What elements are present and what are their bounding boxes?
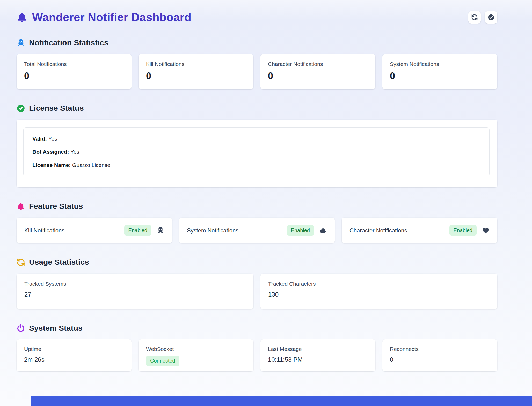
bottom-blue-bar <box>31 396 532 406</box>
license-field-label: Bot Assigned: <box>32 149 69 155</box>
stat-value: 10:11:53 PM <box>268 356 368 363</box>
refresh-icon <box>471 14 478 21</box>
refresh-button[interactable] <box>468 11 481 24</box>
stat-card-tracked-characters: Tracked Characters 130 <box>260 274 497 309</box>
section-title: License Status <box>29 104 84 113</box>
stat-label: Tracked Systems <box>24 281 246 287</box>
feature-label: System Notifications <box>187 227 238 234</box>
stat-value: 2m 26s <box>24 356 124 363</box>
heart-icon <box>482 227 490 234</box>
section-notification-statistics: Notification Statistics Total Notificati… <box>17 38 497 89</box>
section-usage-statistics: Usage Statistics Tracked Systems 27 Trac… <box>17 258 497 309</box>
feature-label: Character Notifications <box>349 227 407 234</box>
page-title: Wanderer Notifier Dashboard <box>32 11 191 24</box>
feature-card-system-notifications: System Notifications Enabled <box>179 218 335 243</box>
feature-label: Kill Notifications <box>24 227 64 234</box>
stat-card-last-message: Last Message 10:11:53 PM <box>260 339 375 371</box>
section-feature-status: Feature Status Kill Notifications Enable… <box>17 202 497 243</box>
refresh-icon <box>17 258 25 267</box>
stat-label: Last Message <box>268 346 368 352</box>
section-title: System Status <box>29 324 83 333</box>
license-valid-row: Valid: Yes <box>32 136 480 142</box>
feature-card-character-notifications: Character Notifications Enabled <box>342 218 497 243</box>
feature-card-kill-notifications: Kill Notifications Enabled <box>17 218 172 243</box>
stat-value: 0 <box>268 71 368 82</box>
feature-grid: Kill Notifications Enabled System Notifi… <box>17 218 497 243</box>
stat-label: Kill Notifications <box>146 61 246 67</box>
header: Wanderer Notifier Dashboard <box>17 0 497 24</box>
license-field-value: Yes <box>70 149 79 155</box>
stat-card-uptime: Uptime 2m 26s <box>17 339 132 371</box>
stat-label: Reconnects <box>390 346 490 352</box>
stat-label: System Notifications <box>390 61 490 67</box>
section-title: Usage Statistics <box>29 258 89 267</box>
stat-card-total-notifications: Total Notifications 0 <box>17 54 132 89</box>
license-bot-row: Bot Assigned: Yes <box>32 149 480 155</box>
stat-value: 0 <box>390 71 490 82</box>
stat-label: Character Notifications <box>268 61 368 67</box>
stat-value: 0 <box>390 356 490 363</box>
stat-card-tracked-systems: Tracked Systems 27 <box>17 274 253 309</box>
stat-value: 130 <box>268 291 490 298</box>
section-license-status: License Status Valid: Yes Bot Assigned: … <box>17 104 497 187</box>
stat-card-system-notifications: System Notifications 0 <box>382 54 497 89</box>
section-header: Notification Statistics <box>17 38 497 47</box>
license-field-value: Yes <box>48 136 57 142</box>
stat-card-reconnects: Reconnects 0 <box>382 339 497 371</box>
notification-stats-grid: Total Notifications 0 Kill Notifications… <box>17 54 497 89</box>
license-details: Valid: Yes Bot Assigned: Yes License Nam… <box>23 127 490 176</box>
check-circle-icon <box>488 14 494 21</box>
check-circle-icon <box>17 104 25 113</box>
section-header: Usage Statistics <box>17 258 497 267</box>
section-title: Notification Statistics <box>29 38 108 47</box>
feature-status-wrap: Enabled <box>449 225 490 236</box>
license-field-label: Valid: <box>32 136 47 142</box>
stat-card-websocket: WebSocket Connected <box>139 339 253 371</box>
stat-card-character-notifications: Character Notifications 0 <box>260 54 375 89</box>
status-badge: Enabled <box>124 225 151 236</box>
stat-label: Tracked Characters <box>268 281 490 287</box>
dashboard-page: Wanderer Notifier Dashboard Notification… <box>17 0 497 371</box>
stat-label: WebSocket <box>146 346 246 352</box>
section-header: Feature Status <box>17 202 497 211</box>
stat-label: Total Notifications <box>24 61 124 67</box>
header-actions <box>468 11 497 24</box>
system-grid: Uptime 2m 26s WebSocket Connected Last M… <box>17 339 497 371</box>
usage-grid: Tracked Systems 27 Tracked Characters 13… <box>17 274 497 309</box>
section-title: Feature Status <box>29 202 83 211</box>
license-card: Valid: Yes Bot Assigned: Yes License Nam… <box>17 120 497 187</box>
skull-crossbones-icon <box>157 227 164 234</box>
status-badge: Enabled <box>287 225 314 236</box>
title-wrap: Wanderer Notifier Dashboard <box>17 11 191 24</box>
section-header: System Status <box>17 324 497 333</box>
stat-value: 0 <box>146 71 246 82</box>
bell-icon <box>17 202 25 211</box>
bell-icon <box>17 12 27 23</box>
status-badge: Enabled <box>449 225 477 236</box>
license-name-row: License Name: Guarzo License <box>32 162 480 168</box>
skull-crossbones-icon <box>17 39 25 47</box>
confirm-button[interactable] <box>485 11 497 24</box>
feature-status-wrap: Enabled <box>287 225 327 236</box>
stat-label: Uptime <box>24 346 124 352</box>
stat-value: 0 <box>24 71 124 82</box>
stat-value: 27 <box>24 291 246 298</box>
power-icon <box>17 324 25 333</box>
license-field-value: Guarzo License <box>72 162 110 168</box>
cloud-icon <box>319 227 327 234</box>
stat-card-kill-notifications: Kill Notifications 0 <box>139 54 253 89</box>
feature-status-wrap: Enabled <box>124 225 164 236</box>
license-field-label: License Name: <box>32 162 71 168</box>
section-header: License Status <box>17 104 497 113</box>
section-system-status: System Status Uptime 2m 26s WebSocket Co… <box>17 324 497 371</box>
connected-badge: Connected <box>146 356 179 366</box>
